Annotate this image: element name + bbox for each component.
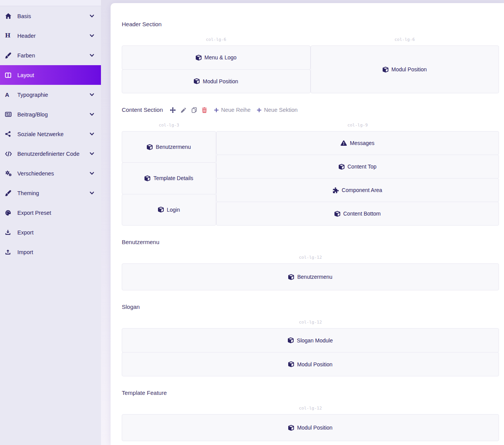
sidebar-item-typographie[interactable]: ATypographie — [0, 85, 101, 105]
sidebar-item-layout[interactable]: Layout — [0, 65, 101, 85]
module-box-menu-logo[interactable]: Menu & Logo — [122, 46, 311, 70]
font-icon: A — [5, 92, 14, 98]
copy-button[interactable] — [192, 107, 197, 113]
paintbrush-icon — [5, 52, 14, 59]
sidebar-item-export-preset[interactable]: Export Preset — [0, 203, 101, 222]
module-box-modul-position[interactable]: Modul Position — [122, 414, 499, 441]
sidebar-item-label: Typographie — [17, 92, 48, 98]
sidebar-item-benutzerdefinierter-code[interactable]: Benutzerdefinierter Code — [0, 144, 101, 164]
sidebar-item-verschiedenes[interactable]: Verschiedenes — [0, 164, 101, 183]
module-label: Benutzermenu — [156, 144, 191, 150]
code-icon — [5, 151, 14, 157]
column-span-label: col-lg-3 — [122, 123, 216, 128]
module-label: Content Bottom — [343, 211, 381, 217]
module-box-modul-position[interactable]: Modul Position — [122, 69, 311, 94]
sidebar-item-label: Header — [17, 33, 36, 39]
sidebar: BasisHHeaderFarbenLayoutATypographieBeit… — [0, 0, 101, 445]
move-button[interactable] — [170, 107, 176, 113]
sidebar-item-basis[interactable]: Basis — [0, 6, 101, 26]
sidebar-item-label: Verschiedenes — [17, 170, 54, 177]
layout-builder-panel: Header Sectioncol-lg-6col-lg-6Menu & Log… — [111, 3, 504, 445]
columns-icon — [5, 72, 14, 78]
cube-icon — [288, 337, 294, 343]
chevron-down-icon — [89, 52, 95, 58]
sidebar-item-farben[interactable]: Farben — [0, 46, 101, 65]
chevron-down-icon — [89, 13, 95, 19]
trash-icon — [202, 107, 207, 113]
sidebar-item-label: Export — [17, 229, 34, 236]
module-box-benutzermenu[interactable]: Benutzermenu — [122, 263, 499, 290]
sidebar-item-header[interactable]: HHeader — [0, 26, 101, 46]
paintbrush-icon — [5, 190, 14, 196]
copy-icon — [192, 107, 197, 113]
section-header: Content SectionNeue ReiheNeue Sektion — [122, 106, 499, 113]
column-span-label: col-lg-6 — [311, 37, 499, 42]
cube-icon — [147, 144, 153, 150]
module-label: Slogan Module — [297, 337, 333, 344]
module-label: Modul Position — [391, 66, 427, 72]
sidebar-item-label: Layout — [17, 72, 34, 78]
builder-column: Benutzermenu — [122, 263, 499, 290]
cube-icon — [339, 164, 344, 170]
heading-icon: H — [5, 33, 14, 39]
module-box-benutzermenu[interactable]: Benutzermenu — [122, 131, 216, 163]
pencil-icon — [181, 107, 186, 113]
cube-icon — [196, 55, 202, 61]
section-title: Template Feature — [122, 389, 167, 396]
module-label: Template Details — [153, 175, 193, 181]
pencil-button[interactable] — [181, 107, 186, 113]
sidebar-item-label: Farben — [17, 52, 35, 59]
builder-row: Benutzermenu — [122, 263, 499, 290]
column-span-labels: col-lg-12 — [122, 406, 499, 411]
chevron-down-icon — [89, 170, 95, 176]
chevron-down-icon — [89, 151, 95, 157]
module-box-template-details[interactable]: Template Details — [122, 162, 216, 194]
section-title: Header Section — [122, 21, 161, 28]
new-section-button[interactable]: Neue Sektion — [257, 107, 297, 113]
builder-section: Header Sectioncol-lg-6col-lg-6Menu & Log… — [122, 21, 499, 93]
section-title: Content Section — [122, 106, 163, 113]
cube-icon — [288, 361, 294, 367]
chevron-down-icon — [89, 190, 95, 196]
module-box-content-bottom[interactable]: Content Bottom — [216, 202, 499, 226]
sidebar-item-import[interactable]: Import — [0, 242, 101, 262]
share-icon — [5, 131, 14, 137]
module-box-component-area[interactable]: Component Area — [216, 178, 499, 202]
cube-icon — [288, 425, 294, 431]
module-box-login[interactable]: Login — [122, 194, 216, 226]
warning-icon — [341, 140, 347, 146]
builder-row: Menu & LogoModul PositionModul Position — [122, 46, 499, 93]
column-span-label: col-lg-12 — [122, 406, 499, 411]
chevron-down-icon — [89, 92, 95, 98]
module-box-content-top[interactable]: Content Top — [216, 155, 499, 179]
module-box-modul-position[interactable]: Modul Position — [311, 46, 499, 93]
builder-column: BenutzermenuTemplate DetailsLogin — [122, 131, 216, 226]
new-section-button-label: Neue Sektion — [264, 107, 297, 113]
sidebar-item-soziale-netzwerke[interactable]: Soziale Netzwerke — [0, 124, 101, 144]
newspaper-icon — [5, 111, 14, 118]
sidebar-item-export[interactable]: Export — [0, 222, 101, 242]
new-row-button[interactable]: Neue Reihe — [214, 107, 251, 113]
cube-icon — [194, 78, 200, 84]
module-label: Modul Position — [297, 425, 333, 431]
sidebar-item-theming[interactable]: Theming — [0, 183, 101, 203]
sidebar-item-label: Beitrag/Blog — [17, 111, 48, 118]
cube-icon — [334, 211, 340, 217]
builder-column: MessagesContent TopComponent AreaContent… — [216, 131, 499, 226]
section-title: Slogan — [122, 303, 140, 310]
section-title: Benutzermenu — [122, 239, 160, 246]
module-box-slogan-module[interactable]: Slogan Module — [122, 328, 499, 352]
new-row-button-label: Neue Reihe — [221, 107, 251, 113]
move-icon — [170, 107, 176, 113]
sidebar-item-label: Benutzerdefinierter Code — [17, 151, 79, 157]
builder-column: Menu & LogoModul Position — [122, 46, 311, 93]
builder-section: Slogancol-lg-12Slogan ModuleModul Positi… — [122, 303, 499, 376]
module-label: Messages — [350, 140, 375, 146]
module-box-modul-position[interactable]: Modul Position — [122, 352, 499, 376]
section-header: Benutzermenu — [122, 239, 499, 246]
plus-icon — [257, 108, 262, 113]
trash-button[interactable] — [202, 107, 207, 113]
module-box-messages[interactable]: Messages — [216, 131, 499, 155]
sidebar-item-beitrag-blog[interactable]: Beitrag/Blog — [0, 105, 101, 124]
cube-icon — [158, 207, 164, 212]
